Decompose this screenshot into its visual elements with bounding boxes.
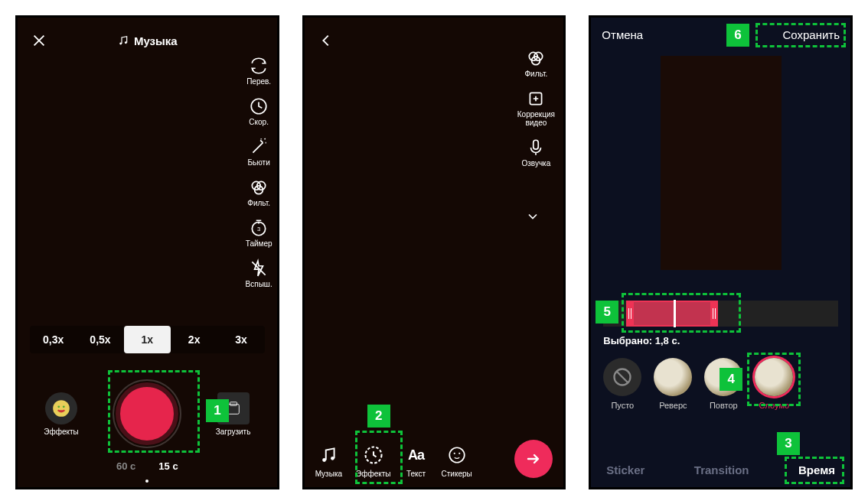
sticker-icon (445, 444, 468, 467)
timeline-selection[interactable] (626, 301, 718, 327)
svg-point-23 (458, 453, 460, 454)
selection-handle-right[interactable] (710, 302, 718, 325)
back-icon[interactable] (315, 30, 337, 51)
bottom-tabs[interactable]: Sticker Transition Время (591, 463, 850, 476)
save-button[interactable]: Сохранить (782, 28, 840, 41)
reverse-thumb (654, 358, 692, 396)
effects-button[interactable]: Эффекты (44, 392, 78, 436)
flip-icon (249, 56, 269, 76)
effect-none[interactable]: Пусто (603, 358, 641, 410)
svg-point-8 (53, 400, 70, 417)
slomo-thumb (755, 358, 793, 396)
speed-button[interactable]: Скор. (249, 96, 269, 126)
filters-icon (526, 48, 546, 68)
effects-tool[interactable]: Эффекты (356, 444, 390, 478)
crop-icon (526, 89, 546, 109)
flash-button[interactable]: Вспыш. (246, 259, 272, 288)
wand-icon (249, 137, 269, 157)
dur-15[interactable]: 15 с (158, 460, 178, 472)
next-button[interactable] (514, 440, 553, 478)
duration-tabs[interactable]: 60 с 15 с (18, 460, 277, 472)
adjust-button[interactable]: Коррекция видео (513, 89, 559, 127)
svg-point-18 (323, 458, 327, 462)
svg-rect-17 (534, 140, 539, 149)
selection-handle-left[interactable] (626, 302, 634, 325)
annotation-badge-1: 1 (206, 399, 229, 422)
svg-point-10 (63, 405, 65, 408)
edit-screen: Фильт. Коррекция видео Озвучка Музыка Эф… (302, 15, 566, 489)
collapse-icon[interactable] (525, 209, 540, 227)
svg-rect-12 (230, 402, 237, 405)
speed-0.3x[interactable]: 0,3x (30, 326, 77, 353)
annotation-badge-6: 6 (726, 24, 749, 47)
annotation-badge-5: 5 (596, 301, 618, 324)
beauty-button[interactable]: Бьюти (248, 137, 270, 167)
smiley-icon (45, 392, 77, 424)
flip-button[interactable]: Перев. (246, 56, 271, 86)
speed-icon (249, 96, 269, 116)
text-tool[interactable]: Aa Текст (405, 444, 428, 478)
tab-transition[interactable]: Transition (694, 463, 749, 476)
page-dot (145, 480, 148, 483)
music-icon (317, 444, 340, 467)
svg-text:3: 3 (257, 226, 260, 232)
tab-sticker[interactable]: Sticker (606, 463, 644, 476)
selection-duration: Выбрано: 1,8 с. (603, 335, 680, 346)
timer-button[interactable]: 3 Таймер (246, 218, 272, 248)
filters-button[interactable]: Фильт. (247, 177, 270, 207)
time-effects-screen: Отмена Сохранить Выбрано: 1,8 с. Пусто Р… (589, 15, 853, 489)
annotation-badge-4: 4 (720, 368, 742, 391)
speed-0.5x[interactable]: 0,5x (77, 326, 123, 353)
none-icon (603, 358, 641, 396)
effects-clock-icon (362, 444, 385, 467)
tab-time[interactable]: Время (798, 463, 835, 476)
text-icon: Aa (405, 444, 428, 467)
music-picker[interactable]: Музыка (50, 34, 245, 47)
stickers-tool[interactable]: Стикеры (442, 444, 472, 478)
svg-point-19 (331, 457, 334, 460)
speed-3x[interactable]: 3x (217, 326, 264, 353)
timer-icon: 3 (249, 218, 269, 238)
close-icon[interactable] (28, 30, 50, 51)
music-tool[interactable]: Музыка (315, 444, 342, 478)
filters-button[interactable]: Фильт. (524, 48, 547, 78)
svg-point-0 (119, 43, 122, 45)
speed-2x[interactable]: 2x (171, 326, 217, 353)
effect-reverse[interactable]: Реверс (654, 358, 692, 410)
dur-60[interactable]: 60 с (116, 460, 135, 472)
timeline[interactable] (603, 301, 838, 327)
effect-slomo[interactable]: Слоумо (755, 358, 793, 410)
record-button[interactable] (116, 382, 178, 445)
music-label: Музыка (134, 34, 178, 47)
svg-point-21 (449, 447, 465, 463)
svg-point-22 (453, 453, 455, 454)
annotation-badge-2: 2 (367, 405, 390, 428)
voiceover-button[interactable]: Озвучка (521, 138, 550, 167)
flash-off-icon (249, 259, 269, 278)
annotation-badge-3: 3 (777, 432, 800, 455)
filters-icon (249, 177, 269, 197)
speed-1x[interactable]: 1x (124, 326, 171, 353)
mic-icon (526, 138, 546, 158)
video-preview (661, 56, 782, 270)
record-screen: Музыка Перев. Скор. Бьюти Фильт. 3 Тайме… (15, 15, 279, 489)
svg-point-9 (57, 405, 60, 408)
playhead-icon[interactable] (674, 300, 676, 327)
svg-point-1 (125, 41, 127, 44)
cancel-button[interactable]: Отмена (602, 28, 643, 41)
speed-selector[interactable]: 0,3x 0,5x 1x 2x 3x (30, 326, 265, 353)
